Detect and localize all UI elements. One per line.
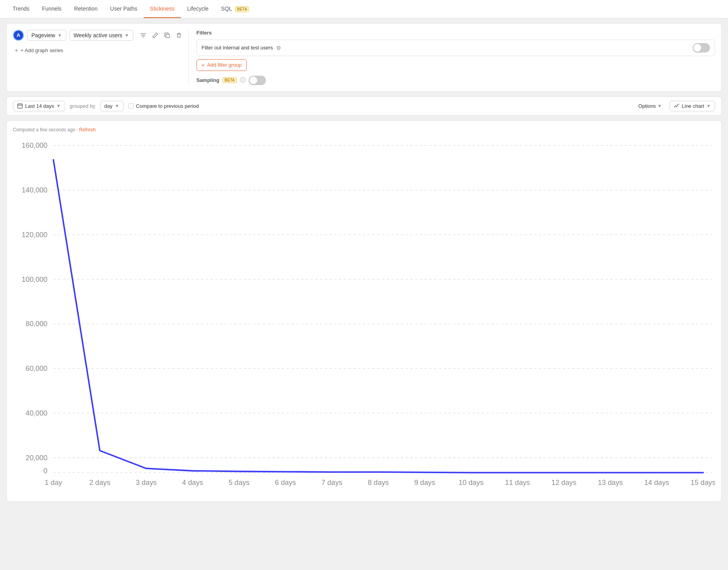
tab-funnels[interactable]: Funnels	[36, 0, 68, 18]
series-section: A Pageview ▼ Weekly active users ▼	[13, 30, 184, 56]
tab-lifecycle[interactable]: Lifecycle	[181, 0, 215, 18]
tab-retention[interactable]: Retention	[68, 0, 104, 18]
svg-text:7 days: 7 days	[321, 479, 342, 486]
nav-tabs: Trends Funnels Retention User Paths Stic…	[0, 0, 728, 18]
date-range-chevron-icon: ▼	[56, 103, 61, 108]
compare-period-label[interactable]: Compare to previous period	[128, 103, 199, 109]
tab-stickiness[interactable]: Stickiness	[144, 0, 181, 18]
add-series-plus-icon: +	[15, 47, 18, 54]
chart-svg: 160,000 140,000 120,000 100,000 80,000 6…	[13, 137, 715, 494]
filter-label: Filter out internal and test users ⚙	[202, 45, 281, 51]
chart-type-button[interactable]: Line chart ▼	[670, 101, 715, 111]
options-chevron-icon: ▼	[657, 103, 662, 108]
svg-text:120,000: 120,000	[22, 231, 47, 239]
edit-tool-button[interactable]	[151, 31, 160, 40]
add-filter-button[interactable]: + Add filter group	[197, 59, 247, 71]
config-panel: A Pageview ▼ Weekly active users ▼	[6, 23, 722, 92]
event-chevron-icon: ▼	[58, 33, 62, 38]
series-avatar: A	[13, 30, 24, 41]
tab-sql[interactable]: SQL BETA	[215, 0, 256, 18]
svg-text:60,000: 60,000	[25, 365, 47, 372]
svg-text:11 days: 11 days	[505, 479, 530, 486]
svg-text:140,000: 140,000	[22, 186, 47, 194]
sampling-info-icon[interactable]: ⓘ	[240, 77, 246, 84]
event-dropdown[interactable]: Pageview ▼	[27, 30, 66, 41]
series-item: A Pageview ▼ Weekly active users ▼	[13, 30, 184, 41]
svg-text:100,000: 100,000	[22, 275, 47, 283]
svg-text:8 days: 8 days	[368, 479, 389, 486]
svg-text:80,000: 80,000	[25, 320, 47, 328]
app-container: Trends Funnels Retention User Paths Stic…	[0, 0, 728, 570]
sampling-toggle[interactable]	[249, 76, 266, 85]
internal-filter-toggle[interactable]	[693, 43, 710, 53]
chart-panel: Computed a few seconds ago · Refresh 160…	[6, 120, 722, 502]
filter-gear-icon[interactable]: ⚙	[276, 45, 281, 51]
sampling-beta-badge: BETA	[222, 77, 237, 83]
svg-rect-4	[18, 104, 22, 108]
group-by-dropdown[interactable]: day ▼	[100, 101, 124, 111]
filter-tool-button[interactable]	[138, 31, 148, 40]
refresh-link[interactable]: Refresh	[79, 127, 96, 133]
svg-text:6 days: 6 days	[275, 479, 296, 486]
svg-text:13 days: 13 days	[598, 479, 623, 486]
svg-text:5 days: 5 days	[229, 479, 250, 486]
metric-chevron-icon: ▼	[125, 33, 129, 38]
computed-row: Computed a few seconds ago · Refresh	[13, 127, 715, 133]
copy-tool-button[interactable]	[162, 31, 172, 40]
series-tools	[138, 31, 184, 40]
svg-text:4 days: 4 days	[182, 479, 203, 486]
svg-text:14 days: 14 days	[644, 479, 669, 486]
svg-text:3 days: 3 days	[136, 479, 157, 486]
line-chart-icon	[674, 103, 679, 109]
svg-text:160,000: 160,000	[22, 142, 47, 149]
internal-filter-row: Filter out internal and test users ⚙	[197, 40, 715, 56]
sampling-row: Sampling BETA ⓘ	[197, 76, 715, 85]
chart-controls: Last 14 days ▼ grouped by day ▼ Compare …	[6, 96, 722, 116]
svg-text:10 days: 10 days	[459, 479, 484, 486]
chart-line	[53, 160, 703, 472]
filters-section: Filters Filter out internal and test use…	[188, 30, 715, 85]
filters-title: Filters	[197, 30, 715, 36]
svg-text:15 days: 15 days	[691, 479, 715, 486]
svg-text:9 days: 9 days	[414, 479, 435, 486]
svg-text:2 days: 2 days	[89, 479, 111, 486]
svg-text:0: 0	[44, 467, 47, 475]
config-row: A Pageview ▼ Weekly active users ▼	[13, 30, 715, 85]
grouped-by-label: grouped by	[70, 103, 95, 109]
main-content: A Pageview ▼ Weekly active users ▼	[0, 18, 728, 506]
add-filter-plus-icon: +	[202, 62, 205, 68]
sampling-toggle-track[interactable]	[249, 76, 266, 85]
delete-tool-button[interactable]	[174, 31, 184, 40]
svg-rect-3	[166, 34, 169, 38]
calendar-icon	[17, 103, 23, 109]
toggle-track[interactable]	[693, 43, 710, 53]
chart-type-chevron-icon: ▼	[706, 103, 711, 108]
chart-svg-container: 160,000 140,000 120,000 100,000 80,000 6…	[13, 137, 715, 495]
tab-user-paths[interactable]: User Paths	[104, 0, 144, 18]
sql-beta-badge: BETA	[235, 6, 249, 12]
svg-text:20,000: 20,000	[25, 454, 47, 461]
svg-text:12 days: 12 days	[551, 479, 577, 486]
metric-dropdown[interactable]: Weekly active users ▼	[69, 30, 133, 41]
group-by-chevron-icon: ▼	[115, 103, 119, 108]
add-series-button[interactable]: + + Add graph series	[13, 45, 184, 56]
tab-trends[interactable]: Trends	[6, 0, 36, 18]
compare-period-checkbox[interactable]	[128, 103, 134, 109]
options-button[interactable]: Options ▼	[635, 101, 665, 111]
svg-text:40,000: 40,000	[25, 409, 47, 417]
date-range-button[interactable]: Last 14 days ▼	[13, 101, 65, 111]
sampling-label: Sampling	[197, 77, 220, 83]
svg-text:1 day: 1 day	[45, 479, 62, 486]
